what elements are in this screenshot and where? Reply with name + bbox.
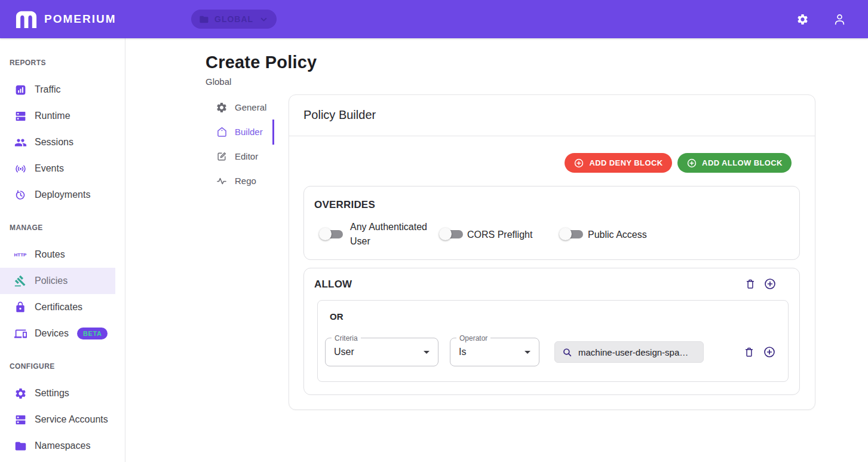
page-subtitle: Global [206,77,231,87]
settings-gear-icon[interactable] [789,0,815,38]
policy-builder-card: Policy Builder ADD DENY BLOCK ADD ALLOW … [289,94,815,410]
tab-editor[interactable]: Editor [210,144,272,169]
home-icon [215,126,228,139]
namespace-label: GLOBAL [214,14,253,24]
sidebar-section-configure: CONFIGURE [10,362,55,371]
user-search-value: machine-user-design-spa… [578,347,688,357]
sidebar-item-policies[interactable]: Policies [0,268,115,294]
plus-circle-icon [573,158,584,169]
namespaces-folder-icon [13,439,27,453]
sidebar-item-namespaces[interactable]: Namespaces [0,433,115,459]
traffic-chart-icon [13,82,27,97]
sidebar-item-certificates[interactable]: Certificates [0,294,115,320]
brand-text: POMERIUM [44,13,116,26]
toggle-label: CORS Preflight [467,230,532,240]
gear-icon [215,101,228,114]
or-group: OR Criteria User Operator Is machine-u [317,300,789,382]
operator-select[interactable]: Operator Is [450,338,539,366]
delete-criteria-row-icon[interactable] [743,346,755,358]
any-authenticated-user-toggle[interactable] [319,227,346,242]
sessions-people-icon [13,135,27,149]
sidebar-item-devices[interactable]: Devices BETA [0,320,115,347]
toggle-label: Any Authenticated User [350,220,441,249]
sidebar-item-service-accounts[interactable]: Service Accounts [0,406,115,433]
namespace-selector-button[interactable]: GLOBAL [191,10,277,29]
sidebar-item-deployments[interactable]: Deployments [0,182,115,208]
criteria-select[interactable]: Criteria User [325,338,438,366]
operator-select-label: Operator [456,334,490,342]
combinator-label: OR [330,311,343,322]
card-divider [289,136,815,136]
chevron-down-icon [419,345,434,359]
chevron-down-icon [520,345,535,359]
tab-builder[interactable]: Builder [210,120,272,144]
allow-block: ALLOW OR Criteria User Operator Is [303,268,800,395]
criteria-row: Criteria User Operator Is machine-user-d… [325,335,782,369]
toggle-label: Public Access [588,230,647,240]
criteria-select-label: Criteria [332,334,361,342]
certificates-lock-icon [13,300,27,314]
selected-tab-indicator [272,120,274,145]
folder-icon [199,14,209,25]
delete-allow-block-icon[interactable] [744,278,756,290]
add-allow-block-button[interactable]: ADD ALLOW BLOCK [677,153,792,173]
criteria-select-value: User [334,347,354,357]
add-criteria-group-icon[interactable] [763,277,777,290]
add-deny-block-button[interactable]: ADD DENY BLOCK [565,153,672,173]
pomerium-logo-icon [15,11,38,28]
public-access-toggle[interactable] [559,227,587,242]
user-account-icon[interactable] [826,0,852,38]
sidebar-item-routes[interactable]: HTTP Routes [0,241,115,268]
user-search-value-chip[interactable]: machine-user-design-spa… [554,341,704,363]
policies-gavel-icon [13,274,27,288]
tab-general[interactable]: General [210,95,272,120]
search-icon [562,347,573,358]
plus-circle-icon [686,158,697,169]
edit-icon [215,150,228,163]
deployments-history-icon [13,188,27,202]
operator-select-value: Is [459,347,466,357]
sidebar: REPORTS Traffic Runtime Sessions Events … [0,38,125,462]
events-broadcast-icon [13,161,27,176]
allow-title: ALLOW [314,279,352,290]
add-criteria-row-icon[interactable] [763,345,776,359]
beta-badge: BETA [77,328,108,339]
overrides-title: OVERRIDES [314,199,375,211]
sidebar-section-reports: REPORTS [10,59,46,67]
page-title: Create Policy [206,53,317,72]
sidebar-section-manage: MANAGE [10,224,43,232]
sidebar-item-settings[interactable]: Settings [0,380,115,406]
settings-gear-icon [13,386,27,400]
runtime-server-icon [13,109,27,123]
service-accounts-icon [13,412,27,427]
sidebar-item-runtime[interactable]: Runtime [0,103,115,129]
cors-preflight-toggle[interactable] [439,227,467,242]
sidebar-item-events[interactable]: Events [0,155,115,182]
tab-rego[interactable]: Rego [210,169,272,193]
pomerium-logo: POMERIUM [15,0,116,38]
sidebar-item-traffic[interactable]: Traffic [0,77,115,103]
app-header: POMERIUM GLOBAL [0,0,868,38]
card-title: Policy Builder [303,108,376,122]
sidebar-item-sessions[interactable]: Sessions [0,129,115,155]
overrides-section: OVERRIDES Any Authenticated User CORS Pr… [303,186,800,260]
devices-icon [13,326,27,341]
activity-icon [215,175,228,188]
chevron-down-icon [259,14,269,25]
routes-http-icon: HTTP [13,247,27,262]
